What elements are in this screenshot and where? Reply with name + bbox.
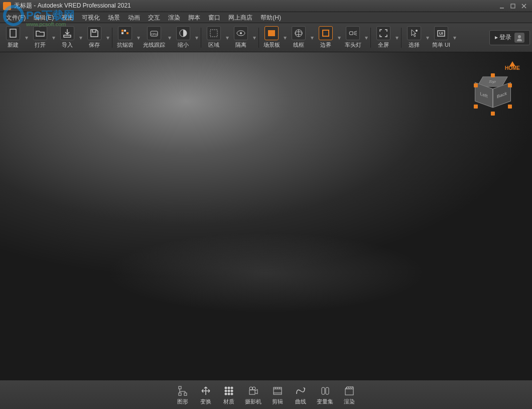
svg-point-29 [231, 387, 233, 389]
svg-point-34 [228, 393, 230, 395]
variantset-button-label: 变量集 [317, 398, 333, 405]
menu-item-10[interactable]: 网上商店 [224, 12, 256, 23]
clip-icon [271, 384, 285, 398]
svg-rect-12 [210, 30, 217, 37]
svg-point-31 [228, 390, 230, 392]
view-cube[interactable]: HOME Top Left Back [470, 61, 520, 112]
wireframe-icon [292, 26, 306, 40]
headlight-button[interactable]: 车头灯 [342, 25, 364, 50]
curve-button[interactable]: 曲线 [290, 383, 312, 406]
fullscreen-button-dropdown[interactable]: ▾ [394, 34, 400, 41]
raytrace-button-dropdown[interactable]: ▾ [167, 34, 172, 41]
toolbar-separator [258, 28, 259, 48]
camera-button[interactable]: 摄影机 [241, 383, 265, 406]
headlight-icon [346, 26, 360, 40]
close-button[interactable] [519, 2, 529, 10]
svg-point-38 [252, 387, 255, 390]
svg-rect-26 [184, 393, 187, 395]
headlight-button-dropdown[interactable]: ▾ [364, 34, 369, 41]
simple-ui-button-dropdown[interactable]: ▾ [452, 34, 457, 41]
cube-corner-icon[interactable] [474, 105, 478, 109]
cube-corner-icon[interactable] [508, 83, 512, 87]
isolate-button-dropdown[interactable]: ▾ [252, 34, 257, 41]
open-button[interactable]: 打开 [29, 25, 51, 50]
viewport-3d[interactable]: HOME Top Left Back [0, 52, 532, 380]
headlight-button-label: 车头灯 [345, 41, 361, 49]
menu-item-6[interactable]: 交互 [144, 12, 164, 23]
save-button-label: 保存 [89, 41, 100, 49]
isolate-button[interactable]: 隔离 [230, 25, 252, 50]
maximize-button[interactable] [508, 2, 518, 10]
clip-button[interactable]: 剪辑 [267, 383, 289, 406]
save-button-dropdown[interactable]: ▾ [105, 34, 110, 41]
antialias-button-dropdown[interactable]: ▾ [136, 34, 141, 41]
simple-ui-button[interactable]: UI简单 UI [430, 25, 452, 50]
cube-corner-icon[interactable] [491, 112, 495, 116]
import-button-dropdown[interactable]: ▾ [78, 34, 83, 41]
login-button[interactable]: ▸ 登录 [489, 30, 530, 45]
menu-item-8[interactable]: 脚本 [184, 12, 204, 23]
app-icon [3, 2, 11, 10]
downscale-button[interactable]: 缩小 [172, 25, 194, 50]
boundary-button[interactable]: 边界 [315, 25, 337, 50]
main-toolbar: 新建▾打开▾导入▾保存▾抗锯齿▾CPU光线跟踪▾缩小▾区域▾隔离▾场景板▾线框▾… [0, 23, 532, 52]
svg-rect-8 [126, 32, 128, 34]
boundary-button-dropdown[interactable]: ▾ [337, 34, 342, 41]
downscale-button-dropdown[interactable]: ▾ [194, 34, 199, 41]
cube-corner-icon[interactable] [474, 83, 478, 87]
transform-button[interactable]: 变换 [195, 383, 217, 406]
raytrace-button-label: 光线跟踪 [143, 41, 165, 49]
menu-bar: 文件(F)编辑(E)视图可视化场景动画交互渲染脚本窗口网上商店帮助(H) [0, 12, 532, 23]
wireframe-button[interactable]: 线框 [288, 25, 310, 50]
scenegraph-button[interactable]: 图形 [172, 383, 194, 406]
fullscreen-button-label: 全屏 [378, 41, 389, 49]
save-button[interactable]: 保存 [83, 25, 105, 50]
new-button[interactable]: 新建 [2, 25, 24, 50]
downscale-icon [176, 26, 190, 40]
select-button-dropdown[interactable]: ▾ [425, 34, 430, 41]
cube-corner-icon[interactable] [491, 73, 495, 77]
fullscreen-icon [376, 26, 390, 40]
boundary-button-label: 边界 [320, 41, 331, 49]
svg-rect-1 [511, 4, 515, 8]
new-button-dropdown[interactable]: ▾ [24, 34, 29, 41]
toolbar-separator [370, 28, 371, 48]
region-button-dropdown[interactable]: ▾ [225, 34, 230, 41]
menu-item-9[interactable]: 窗口 [204, 12, 224, 23]
backplate-button-dropdown[interactable]: ▾ [283, 34, 288, 41]
variantset-button[interactable]: 变量集 [313, 383, 337, 406]
svg-point-27 [225, 387, 227, 389]
menu-item-1[interactable]: 编辑(E) [30, 12, 58, 23]
curve-button-label: 曲线 [295, 398, 306, 405]
menu-item-2[interactable]: 视图 [58, 12, 78, 23]
menu-item-5[interactable]: 动画 [124, 12, 144, 23]
svg-point-32 [231, 390, 233, 392]
camera-icon [246, 384, 260, 398]
menu-item-3[interactable]: 可视化 [78, 12, 104, 23]
fullscreen-button[interactable]: 全屏 [372, 25, 394, 50]
render-icon [342, 384, 356, 398]
svg-point-35 [231, 393, 233, 395]
import-button[interactable]: 导入 [56, 25, 78, 50]
isolate-icon [234, 26, 248, 40]
raytrace-button[interactable]: CPU光线跟踪 [141, 25, 167, 50]
open-button-dropdown[interactable]: ▾ [51, 34, 56, 41]
window-title: 无标题 - Autodesk VRED Professional 2021 [14, 2, 496, 10]
region-button-label: 区域 [208, 41, 219, 49]
region-button[interactable]: 区域 [203, 25, 225, 50]
antialias-button[interactable]: 抗锯齿 [114, 25, 136, 50]
wireframe-button-dropdown[interactable]: ▾ [310, 34, 315, 41]
import-icon [60, 26, 74, 40]
menu-item-7[interactable]: 渲染 [164, 12, 184, 23]
backplate-button[interactable]: 场景板 [260, 25, 283, 50]
view-cube-home[interactable]: HOME [505, 61, 520, 71]
menu-item-0[interactable]: 文件(F) [2, 12, 30, 23]
menu-item-11[interactable]: 帮助(H) [256, 12, 285, 23]
render-button[interactable]: 渲染 [338, 383, 360, 406]
material-button[interactable]: 材质 [218, 383, 240, 406]
menu-item-4[interactable]: 场景 [104, 12, 124, 23]
minimize-button[interactable] [497, 2, 507, 10]
select-button[interactable]: 选择 [403, 25, 425, 50]
cube-corner-icon[interactable] [508, 105, 512, 109]
svg-rect-45 [345, 389, 353, 395]
